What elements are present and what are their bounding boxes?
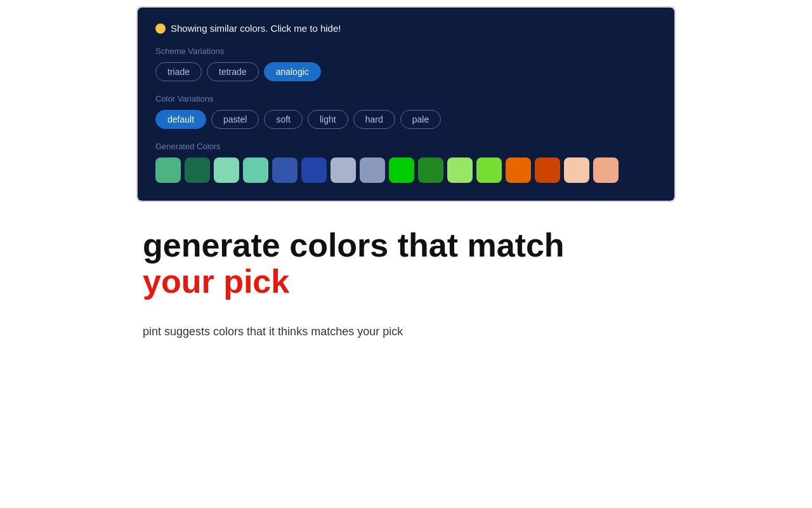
scheme-variations-group: triade tetrade analogic bbox=[155, 62, 657, 81]
color-btn-pastel[interactable]: pastel bbox=[211, 110, 259, 129]
swatch-11[interactable] bbox=[476, 157, 502, 183]
swatch-4[interactable] bbox=[272, 157, 298, 183]
color-btn-default[interactable]: default bbox=[155, 110, 206, 129]
scheme-variations-label: Scheme Variations bbox=[155, 46, 657, 56]
color-btn-hard[interactable]: hard bbox=[353, 110, 395, 129]
swatch-2[interactable] bbox=[214, 157, 239, 183]
swatch-14[interactable] bbox=[564, 157, 589, 183]
notification-dot-icon bbox=[155, 23, 166, 34]
swatch-1[interactable] bbox=[185, 157, 210, 183]
page-container: Showing similar colors. Click me to hide… bbox=[0, 0, 812, 338]
headline-line2: your pick bbox=[143, 264, 669, 300]
color-variations-label: Color Variations bbox=[155, 94, 657, 104]
scheme-btn-tetrade[interactable]: tetrade bbox=[207, 62, 259, 81]
color-btn-light[interactable]: light bbox=[308, 110, 348, 129]
dark-ui-panel: Showing similar colors. Click me to hide… bbox=[138, 8, 674, 201]
swatch-8[interactable] bbox=[389, 157, 414, 183]
color-btn-pale[interactable]: pale bbox=[400, 110, 441, 129]
swatch-5[interactable] bbox=[301, 157, 327, 183]
notification-text: Showing similar colors. Click me to hide… bbox=[171, 23, 341, 34]
subtext: pint suggests colors that it thinks matc… bbox=[143, 325, 669, 338]
swatch-13[interactable] bbox=[535, 157, 560, 183]
generated-colors-label: Generated Colors bbox=[155, 142, 657, 151]
notification-bar[interactable]: Showing similar colors. Click me to hide… bbox=[155, 23, 657, 34]
swatch-6[interactable] bbox=[331, 157, 356, 183]
color-swatches bbox=[155, 157, 657, 183]
swatch-3[interactable] bbox=[243, 157, 268, 183]
swatch-12[interactable] bbox=[506, 157, 531, 183]
scheme-btn-triade[interactable]: triade bbox=[155, 62, 202, 81]
text-section: generate colors that match your pick pin… bbox=[136, 227, 676, 338]
screenshot-panel: Showing similar colors. Click me to hide… bbox=[136, 6, 676, 202]
swatch-9[interactable] bbox=[418, 157, 443, 183]
swatch-10[interactable] bbox=[447, 157, 473, 183]
color-btn-soft[interactable]: soft bbox=[264, 110, 303, 129]
color-variations-group: default pastel soft light hard pale bbox=[155, 110, 657, 129]
swatch-0[interactable] bbox=[155, 157, 181, 183]
swatch-15[interactable] bbox=[593, 157, 619, 183]
headline: generate colors that match your pick bbox=[143, 227, 669, 300]
scheme-btn-analogic[interactable]: analogic bbox=[264, 62, 321, 81]
swatch-7[interactable] bbox=[360, 157, 385, 183]
headline-line1: generate colors that match bbox=[143, 227, 565, 264]
